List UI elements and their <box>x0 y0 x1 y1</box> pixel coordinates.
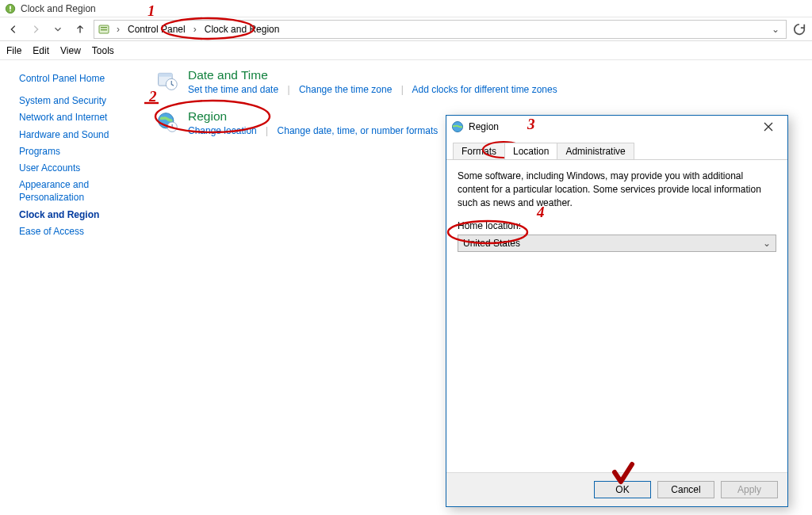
home-location-combo[interactable]: United States ⌄ <box>458 235 776 252</box>
dialog-button-row: OK Cancel Apply <box>446 472 787 506</box>
sidebar-item-ease[interactable]: Ease of Access <box>19 225 137 238</box>
dialog-titlebar: Region <box>446 116 787 138</box>
link-add-clocks[interactable]: Add clocks for different time zones <box>412 84 557 95</box>
sidebar-item-hardware[interactable]: Hardware and Sound <box>19 128 137 141</box>
window-titlebar: Clock and Region <box>0 0 812 17</box>
link-set-time[interactable]: Set the time and date <box>188 84 278 95</box>
ok-button[interactable]: OK <box>594 481 651 498</box>
breadcrumb-root[interactable]: Control Panel <box>126 24 187 35</box>
sidebar: Control Panel Home System and Security N… <box>0 60 147 515</box>
address-bar: › Control Panel › Clock and Region ⌄ <box>0 17 812 41</box>
category-title[interactable]: Region <box>188 109 438 124</box>
svg-rect-5 <box>101 29 107 30</box>
address-dropdown-button[interactable]: ⌄ <box>768 24 783 35</box>
menu-edit[interactable]: Edit <box>33 45 49 56</box>
sidebar-item-network[interactable]: Network and Internet <box>19 111 137 124</box>
tab-location[interactable]: Location <box>504 143 557 159</box>
forward-button[interactable] <box>27 21 44 38</box>
refresh-button[interactable] <box>791 21 807 37</box>
recent-locations-button[interactable] <box>49 21 67 38</box>
link-change-timezone[interactable]: Change the time zone <box>299 84 392 95</box>
up-button[interactable] <box>71 21 89 38</box>
dialog-title: Region <box>469 121 749 132</box>
tab-formats[interactable]: Formats <box>453 143 505 159</box>
control-panel-icon <box>5 3 16 14</box>
window-title: Clock and Region <box>21 3 96 14</box>
address-field[interactable]: › Control Panel › Clock and Region ⌄ <box>94 20 787 39</box>
svg-rect-7 <box>159 73 173 76</box>
sidebar-item-programs[interactable]: Programs <box>19 145 137 158</box>
dialog-tabs: Formats Location Administrative <box>446 138 787 160</box>
globe-icon <box>451 120 464 133</box>
menu-file[interactable]: File <box>6 45 21 56</box>
sidebar-item-home[interactable]: Control Panel Home <box>19 72 137 85</box>
control-panel-icon <box>98 23 110 36</box>
chevron-down-icon: ⌄ <box>763 238 771 249</box>
menu-tools[interactable]: Tools <box>92 45 114 56</box>
home-location-label: Home location: <box>458 220 776 231</box>
region-dialog: Region Formats Location Administrative S… <box>446 115 788 507</box>
link-change-location[interactable]: Change location <box>188 125 257 136</box>
svg-point-2 <box>10 10 11 11</box>
sidebar-item-appearance[interactable]: Appearance and Personalization <box>19 178 137 204</box>
sidebar-item-users[interactable]: User Accounts <box>19 162 137 174</box>
svg-rect-1 <box>10 6 11 9</box>
breadcrumb-current[interactable]: Clock and Region <box>203 24 282 35</box>
home-location-value: United States <box>463 238 520 249</box>
back-button[interactable] <box>5 21 22 38</box>
region-icon <box>156 111 178 133</box>
cancel-button[interactable]: Cancel <box>657 481 714 498</box>
datetime-icon <box>156 70 178 92</box>
apply-button[interactable]: Apply <box>721 481 778 498</box>
category-datetime: Date and Time Set the time and date | Ch… <box>156 68 802 95</box>
menu-bar: File Edit View Tools <box>0 41 812 60</box>
menu-view[interactable]: View <box>60 45 81 56</box>
sidebar-item-clock-region[interactable]: Clock and Region <box>19 208 137 221</box>
sidebar-item-system[interactable]: System and Security <box>19 94 137 107</box>
dialog-body: Some software, including Windows, may pr… <box>446 160 787 472</box>
dialog-description: Some software, including Windows, may pr… <box>458 170 776 209</box>
svg-rect-4 <box>101 27 107 28</box>
category-title[interactable]: Date and Time <box>188 68 557 82</box>
link-change-formats[interactable]: Change date, time, or number formats <box>278 125 439 136</box>
tab-administrative[interactable]: Administrative <box>557 143 634 159</box>
chevron-right-icon[interactable]: › <box>190 24 200 35</box>
chevron-right-icon[interactable]: › <box>113 24 123 35</box>
close-button[interactable] <box>754 117 783 136</box>
